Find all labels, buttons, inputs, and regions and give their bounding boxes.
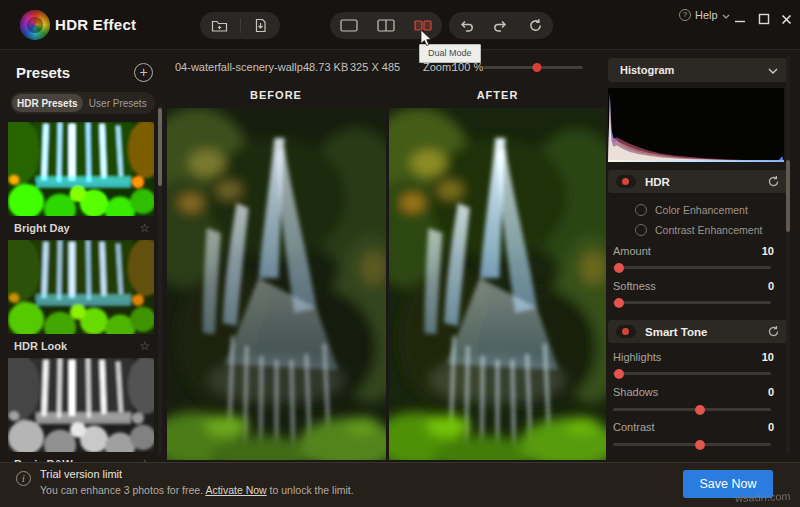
folder-plus-icon xyxy=(211,18,228,33)
histogram-title: Histogram xyxy=(620,64,674,76)
contrast-row: Contrast 0 xyxy=(608,420,788,434)
contrast-slider-handle[interactable] xyxy=(695,440,705,450)
amount-slider-handle[interactable] xyxy=(614,263,624,273)
trial-body: You can enhance 3 photos for free. Activ… xyxy=(40,484,354,496)
panel-scrollbar-thumb[interactable] xyxy=(786,160,790,232)
presets-list: Bright Day ☆ HDR Look ☆ Basic B&W ☆ xyxy=(0,122,165,476)
slider-value: 10 xyxy=(762,245,774,257)
trial-title: Trial version limit xyxy=(40,468,122,480)
undo-button[interactable] xyxy=(449,12,484,39)
radio-contrast-enhancement[interactable]: Contrast Enhancement xyxy=(635,223,788,237)
slider-track xyxy=(613,301,771,304)
presets-scrollbar-thumb[interactable] xyxy=(158,108,162,186)
zoom-slider-handle[interactable] xyxy=(533,63,542,72)
slider-track xyxy=(613,408,771,411)
amount-slider[interactable] xyxy=(613,263,771,273)
slider-track xyxy=(613,266,771,269)
single-view-button[interactable] xyxy=(330,12,367,39)
after-image[interactable] xyxy=(389,108,606,460)
preset-label-row: Bright Day ☆ xyxy=(8,216,154,240)
preset-name: HDR Look xyxy=(14,340,67,352)
tab-hdr-presets[interactable]: HDR Presets xyxy=(12,94,83,112)
minimize-button[interactable] xyxy=(731,11,748,27)
highlights-row: Highlights 10 xyxy=(608,350,788,364)
smart-tone-toggle[interactable] xyxy=(616,325,636,338)
preset-item: Bright Day ☆ xyxy=(8,122,154,240)
preset-thumbnail-hdr-look[interactable] xyxy=(8,240,154,334)
presets-header: Presets + xyxy=(0,50,165,82)
slider-label: Shadows xyxy=(613,386,658,398)
adjustments-panel: Histogram HDR Color Enhancement Contrast… xyxy=(608,50,788,462)
question-icon: ? xyxy=(679,9,691,21)
preset-name: Bright Day xyxy=(14,222,70,234)
zoom-slider[interactable] xyxy=(483,66,583,69)
shadows-row: Shadows 0 xyxy=(608,385,788,399)
undo-icon xyxy=(458,19,474,33)
close-button[interactable] xyxy=(778,11,795,27)
preset-item: HDR Look ☆ xyxy=(8,240,154,358)
chevron-down-icon xyxy=(768,64,778,76)
maximize-button[interactable] xyxy=(755,11,772,27)
slider-label: Amount xyxy=(613,245,651,257)
presets-title: Presets xyxy=(16,64,70,81)
slider-track xyxy=(613,443,771,446)
title-bar: HDR Effect xyxy=(0,0,800,50)
split-view-icon xyxy=(377,19,395,32)
radio-icon xyxy=(635,224,647,236)
open-folder-button[interactable] xyxy=(200,12,240,39)
slider-track xyxy=(613,372,771,375)
radio-label: Contrast Enhancement xyxy=(655,224,762,236)
preset-thumbnail-basic-bw[interactable] xyxy=(8,358,154,452)
shadows-slider-handle[interactable] xyxy=(695,405,705,415)
smart-tone-section-header: Smart Tone xyxy=(608,320,788,343)
single-view-icon xyxy=(340,19,358,32)
histogram-header[interactable]: Histogram xyxy=(608,58,788,82)
softness-slider-handle[interactable] xyxy=(614,298,624,308)
highlights-slider[interactable] xyxy=(613,369,771,379)
presets-tabs: HDR Presets User Presets xyxy=(10,92,155,114)
help-menu[interactable]: ? Help xyxy=(679,9,730,21)
presets-scrollbar[interactable] xyxy=(158,104,162,456)
app-logo-icon xyxy=(20,10,50,40)
favorite-star-icon[interactable]: ☆ xyxy=(139,339,150,353)
mouse-cursor-icon xyxy=(420,30,433,50)
after-label: AFTER xyxy=(389,89,606,101)
export-file-icon xyxy=(253,18,268,33)
activate-now-link[interactable]: Activate Now xyxy=(205,484,266,496)
add-preset-button[interactable]: + xyxy=(134,63,153,82)
hdr-section-title: HDR xyxy=(645,176,670,188)
redo-icon xyxy=(493,19,509,33)
preset-thumbnail-bright-day[interactable] xyxy=(8,122,154,216)
reset-button[interactable] xyxy=(518,12,553,39)
smart-tone-reset-button[interactable] xyxy=(767,325,780,338)
radio-color-enhancement[interactable]: Color Enhancement xyxy=(635,203,788,217)
trial-text-suffix: to unlock the limit. xyxy=(267,484,354,496)
slider-label: Highlights xyxy=(613,351,661,363)
trial-text-prefix: You can enhance 3 photos for free. xyxy=(40,484,205,496)
file-dimensions-label: 325 X 485 xyxy=(350,61,400,73)
redo-button[interactable] xyxy=(484,12,519,39)
contrast-slider[interactable] xyxy=(613,440,771,450)
toggle-dot-icon xyxy=(622,178,629,185)
hdr-toggle[interactable] xyxy=(616,175,636,188)
favorite-star-icon[interactable]: ☆ xyxy=(139,221,150,235)
watermark-text: wsadn.com xyxy=(735,490,791,504)
app-window: HDR Effect xyxy=(0,0,800,507)
tab-user-presets[interactable]: User Presets xyxy=(83,94,154,112)
hdr-reset-button[interactable] xyxy=(767,175,780,188)
slider-value: 0 xyxy=(768,280,774,292)
split-view-button[interactable] xyxy=(367,12,404,39)
panel-scrollbar[interactable] xyxy=(786,55,790,455)
filename-label: 04-waterfall-scenery-wallp... xyxy=(175,61,312,73)
before-image[interactable] xyxy=(167,108,386,460)
export-image-button[interactable] xyxy=(241,12,281,39)
radio-label: Color Enhancement xyxy=(655,204,748,216)
reset-icon xyxy=(528,18,543,33)
help-label: Help xyxy=(695,9,718,21)
highlights-slider-handle[interactable] xyxy=(614,369,624,379)
footer-bar: i Trial version limit You can enhance 3 … xyxy=(0,462,800,507)
slider-label: Contrast xyxy=(613,421,655,433)
info-separator: | xyxy=(341,60,344,72)
softness-slider[interactable] xyxy=(613,298,771,308)
shadows-slider[interactable] xyxy=(613,405,771,415)
